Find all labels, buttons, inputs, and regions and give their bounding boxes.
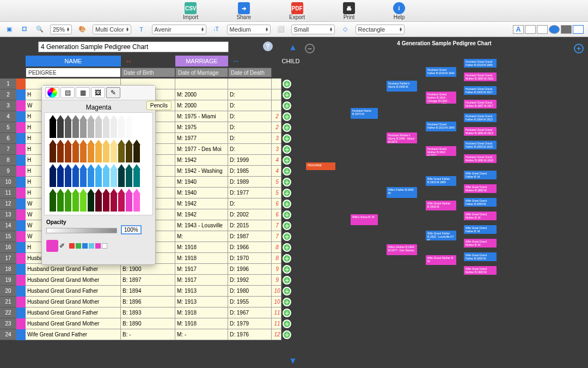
cell-child[interactable]: 4 xyxy=(272,166,281,177)
row-number[interactable]: 24 xyxy=(0,329,16,340)
pencil-color[interactable] xyxy=(72,115,79,138)
add-row-button[interactable]: + xyxy=(281,318,292,329)
cell-dod[interactable]: D: 1967 xyxy=(228,307,272,318)
font-select[interactable]: Avenir▴▾ xyxy=(152,25,206,34)
row-number[interactable]: 14 xyxy=(0,220,16,231)
add-row-button[interactable]: + xyxy=(281,264,292,275)
cell-marriage[interactable]: M: 1942 xyxy=(175,155,228,166)
pencil-color[interactable] xyxy=(79,115,87,138)
row-color-bar[interactable] xyxy=(16,198,26,209)
cell-child[interactable] xyxy=(272,89,281,100)
cell-child[interactable]: 10 xyxy=(272,297,281,307)
cell-marriage[interactable]: M: 1918 xyxy=(175,307,228,318)
add-row-button[interactable]: + xyxy=(281,177,292,188)
cell-child[interactable]: 9 xyxy=(272,264,281,275)
row-number[interactable]: 13 xyxy=(0,209,16,220)
cell-child[interactable]: 6 xyxy=(272,198,281,209)
recent-3[interactable] xyxy=(82,243,88,249)
cell-child[interactable]: 8 xyxy=(272,253,281,264)
row-color-bar[interactable] xyxy=(16,111,26,122)
row-color-bar[interactable] xyxy=(16,253,26,264)
pencil-color[interactable] xyxy=(79,164,87,187)
cell-marriage[interactable]: M: 1977 xyxy=(175,133,228,144)
row-number[interactable]: 11 xyxy=(0,188,16,198)
row-number[interactable]: 22 xyxy=(0,307,16,318)
row-color-bar[interactable] xyxy=(16,188,26,198)
pencil-color[interactable] xyxy=(87,189,95,212)
pencil-color[interactable] xyxy=(87,140,95,162)
row-color-bar[interactable] xyxy=(16,220,26,231)
add-row-button[interactable]: + xyxy=(281,100,292,111)
row-number[interactable]: 16 xyxy=(0,242,16,253)
tree-node[interactable]: Husband Great Grand Father B:1900 M:1917 xyxy=(464,86,497,95)
cell-dob[interactable]: B: 1897 xyxy=(121,275,175,286)
add-row-button[interactable]: + xyxy=(281,209,292,220)
pencil-color[interactable] xyxy=(87,164,95,187)
cell-dod[interactable]: D: xyxy=(228,133,272,144)
row-number[interactable]: 6 xyxy=(0,133,16,144)
cell-marriage[interactable]: M: 1940 xyxy=(175,188,228,198)
picker-palette-tab[interactable]: ▦ xyxy=(76,87,90,98)
zoom-out-button[interactable]: – xyxy=(305,44,315,53)
cell-child[interactable] xyxy=(272,100,281,111)
pencil-color[interactable] xyxy=(64,140,72,162)
pencil-color[interactable] xyxy=(133,189,140,212)
zoom-select[interactable]: 25%▴▾ xyxy=(50,25,72,34)
cell-dod[interactable]: D: 1992 xyxy=(228,275,272,286)
cell-child[interactable] xyxy=(272,79,281,89)
picker-pencils-tab[interactable]: ✎ xyxy=(106,87,120,98)
cell-child[interactable]: 8 xyxy=(272,242,281,253)
pencil-color[interactable] xyxy=(64,164,72,187)
cell-dod[interactable]: D: xyxy=(228,198,272,209)
cell-marriage[interactable]: M: 1918 xyxy=(175,242,228,253)
resize-marriage[interactable]: ↔ xyxy=(228,56,243,67)
help-icon[interactable]: ? xyxy=(263,41,273,51)
add-row-button[interactable]: + xyxy=(281,329,292,340)
cell-dod[interactable]: D: 1987 xyxy=(228,231,272,242)
cell-child[interactable]: 7 xyxy=(272,231,281,242)
zoom-in-button[interactable]: + xyxy=(574,44,584,53)
row-color-bar[interactable] xyxy=(16,275,26,286)
recent-6[interactable] xyxy=(102,243,107,249)
row-number[interactable]: 10 xyxy=(0,177,16,188)
add-row-button[interactable]: + xyxy=(281,79,292,89)
export-button[interactable]: PDFExport xyxy=(289,2,305,20)
cell-marriage[interactable]: M: 1942 xyxy=(175,198,228,209)
row-number[interactable]: 2 xyxy=(0,89,16,100)
recent-5[interactable] xyxy=(95,243,101,249)
picker-sliders-tab[interactable]: ▤ xyxy=(60,87,75,98)
pencil-color[interactable] xyxy=(49,115,57,138)
row-color-bar[interactable] xyxy=(16,144,26,155)
cell-dod[interactable]: D: 1977 xyxy=(228,188,272,198)
tree-node[interactable]: Wife Grand Father B:1922 - Louisville KY… xyxy=(426,231,456,240)
row-number[interactable]: 20 xyxy=(0,286,16,297)
row-number[interactable]: 19 xyxy=(0,275,16,286)
row-color-bar[interactable] xyxy=(16,79,26,89)
tree-node[interactable]: Husband Grand Father B:1918 M:1942 xyxy=(426,67,456,77)
add-row-button[interactable]: + xyxy=(281,253,292,264)
cell-child[interactable]: 10 xyxy=(272,286,281,297)
text-color-a[interactable]: A xyxy=(513,25,524,34)
add-row-button[interactable]: + xyxy=(281,111,292,122)
cell-child[interactable]: 4 xyxy=(272,155,281,166)
cell-name[interactable]: Husband Great Grand Father xyxy=(26,307,121,318)
row-color-bar[interactable] xyxy=(16,231,26,242)
pencil-color[interactable] xyxy=(79,140,87,162)
pencil-color[interactable] xyxy=(125,140,133,162)
tree-node[interactable]: Husband Grand Father B:1919 M:1940 xyxy=(426,122,456,131)
cell-dod[interactable]: D: 1996 xyxy=(228,264,272,275)
pencil-color[interactable] xyxy=(64,115,72,138)
cell-dod[interactable] xyxy=(228,79,272,89)
cell-dod[interactable]: D: 2015 xyxy=(228,220,272,231)
pencil-color[interactable] xyxy=(72,140,79,162)
cell-dod[interactable]: D: xyxy=(228,111,272,122)
pencil-color[interactable] xyxy=(102,164,110,187)
opacity-slider[interactable] xyxy=(46,228,117,233)
cell-marriage[interactable]: M: 1942 - Washing xyxy=(175,166,228,177)
cell-name[interactable]: Husband Great Grand Mother xyxy=(26,318,121,329)
cell-dob[interactable]: B: 1894 xyxy=(121,286,175,297)
pencil-color[interactable] xyxy=(133,164,140,187)
pencil-color[interactable] xyxy=(87,115,95,138)
cell-dob[interactable]: B: 1893 xyxy=(121,307,175,318)
pencil-color[interactable] xyxy=(118,189,125,212)
